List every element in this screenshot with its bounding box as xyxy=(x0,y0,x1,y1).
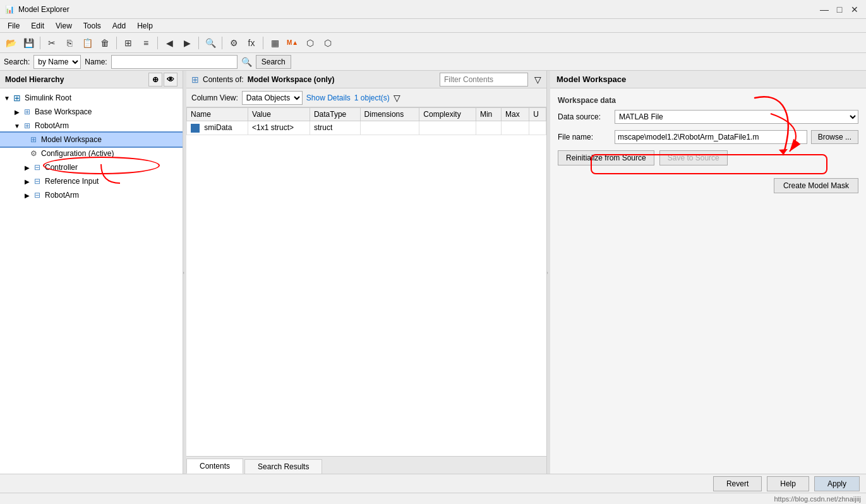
toolbar-delete[interactable]: 🗑 xyxy=(97,35,113,51)
robotarm-child-label: RobotArm xyxy=(45,191,79,200)
right-panel-title: Model Workspace xyxy=(556,75,626,84)
cell-value: <1x1 struct> xyxy=(248,121,310,135)
search-label: Search: xyxy=(4,57,30,66)
tree-item-base-workspace[interactable]: ▶ ⊞ Base Workspace xyxy=(0,105,183,119)
browse-button[interactable]: Browse ... xyxy=(811,130,858,144)
hierarchy-btn-1[interactable]: ⊕ xyxy=(148,73,162,87)
status-url: https://blog.csdn.net/zhnaijiij xyxy=(774,495,861,503)
minimize-button[interactable]: — xyxy=(818,3,831,16)
tree-item-robotarm[interactable]: ▼ ⊞ RobotArm xyxy=(0,119,183,133)
col-datatype[interactable]: DataType xyxy=(310,108,360,121)
close-button[interactable]: ✕ xyxy=(848,3,861,16)
robotarm-label: RobotArm xyxy=(35,121,69,130)
model-hierarchy-title: Model Hierarchy xyxy=(5,75,64,84)
titlebar: 📊 Model Explorer — □ ✕ xyxy=(0,0,866,19)
tree-item-configuration[interactable]: ⚙ Configuration (Active) xyxy=(0,147,183,160)
tab-contents[interactable]: Contents xyxy=(186,459,243,474)
filter-btn-icon[interactable]: ▽ xyxy=(394,93,400,103)
file-name-row: File name: Browse ... xyxy=(558,130,858,144)
maximize-button[interactable]: □ xyxy=(833,3,846,16)
tree-item-model-workspace[interactable]: ⊞ Model Workspace xyxy=(0,133,183,147)
column-view-label: Column View: xyxy=(191,93,238,102)
toolbar-back[interactable]: ◀ xyxy=(161,35,177,51)
toolbar-extra1[interactable]: ⬡ xyxy=(302,35,318,51)
file-name-label: File name: xyxy=(558,133,615,141)
reinitialize-button[interactable]: Reinitialize from Source xyxy=(558,150,654,165)
simulink-root-label: Simulink Root xyxy=(25,93,71,102)
searchbar: Search: by Name by Value by Type Name: 🔍… xyxy=(0,53,866,71)
help-button[interactable]: Help xyxy=(767,476,809,491)
revert-button[interactable]: Revert xyxy=(713,476,762,491)
robotarm-icon: ⊞ xyxy=(21,121,33,131)
base-workspace-icon: ⊞ xyxy=(21,107,33,117)
toolbar-paste[interactable]: 📋 xyxy=(79,35,95,51)
toolbar-search[interactable]: 🔍 xyxy=(202,35,219,51)
toolbar-matlab[interactable]: M▲ xyxy=(284,35,301,51)
data-table: Name Value DataType Dimensions Complexit… xyxy=(186,107,546,135)
search-button[interactable]: Search xyxy=(256,55,291,69)
status-bar: https://blog.csdn.net/zhnaijiij xyxy=(0,493,866,504)
toolbar-sep-4 xyxy=(198,37,199,49)
cell-u xyxy=(529,121,546,135)
tree-arrow-ref-input: ▶ xyxy=(23,178,32,185)
simulink-icon: ⊞ xyxy=(11,93,23,103)
cell-complexity xyxy=(419,121,476,135)
col-u[interactable]: U xyxy=(529,108,546,121)
toolbar-list[interactable]: ≡ xyxy=(138,35,154,51)
create-model-mask-button[interactable]: Create Model Mask xyxy=(774,178,858,193)
menu-edit[interactable]: Edit xyxy=(26,20,49,32)
menu-add[interactable]: Add xyxy=(107,20,131,32)
data-table-container: Name Value DataType Dimensions Complexit… xyxy=(186,107,546,456)
file-name-input[interactable] xyxy=(615,130,807,144)
search-name-input[interactable] xyxy=(111,55,238,69)
contents-icon: ⊞ xyxy=(191,75,199,85)
tree-item-simulink-root[interactable]: ▼ ⊞ Simulink Root xyxy=(0,91,183,105)
menu-tools[interactable]: Tools xyxy=(78,20,106,32)
column-view-select[interactable]: Data Objects All Design Data xyxy=(242,91,303,105)
data-source-label: Data source: xyxy=(558,112,615,121)
toolbar-sep-1 xyxy=(40,37,40,49)
col-name[interactable]: Name xyxy=(187,108,248,121)
table-row[interactable]: smiData <1x1 struct> struct xyxy=(187,121,546,135)
contents-header: ⊞ Contents of: Model Workspace (only) ▽ xyxy=(186,71,546,88)
tab-search-results[interactable]: Search Results xyxy=(244,459,322,474)
col-min[interactable]: Min xyxy=(476,108,501,121)
col-value[interactable]: Value xyxy=(248,108,310,121)
tree-item-reference-input[interactable]: ▶ ⊟ Reference Input xyxy=(0,174,183,188)
toolbar-save[interactable]: 💾 xyxy=(20,35,37,51)
toolbar-chart[interactable]: ▦ xyxy=(267,35,283,51)
app-icon: 📊 xyxy=(5,5,15,14)
controller-label: Controller xyxy=(45,163,78,172)
filter-input[interactable] xyxy=(440,73,528,87)
search-type-select[interactable]: by Name by Value by Type xyxy=(33,55,81,69)
menu-view[interactable]: View xyxy=(51,20,77,32)
tree-item-controller[interactable]: ▶ ⊟ Controller xyxy=(0,160,183,174)
toolbar-copy[interactable]: ⎘ xyxy=(61,35,78,51)
cell-name-value: smiData xyxy=(204,123,232,132)
save-to-source-button[interactable]: Save to Source xyxy=(659,150,728,165)
apply-button[interactable]: Apply xyxy=(814,476,860,491)
toolbar-fx[interactable]: fx xyxy=(243,35,260,51)
tree-item-robotarm-child[interactable]: ▶ ⊟ RobotArm xyxy=(0,188,183,202)
hierarchy-btn-2[interactable]: 👁 xyxy=(164,73,177,87)
col-complexity[interactable]: Complexity xyxy=(419,108,476,121)
toolbar-forward[interactable]: ▶ xyxy=(179,35,195,51)
show-details-link[interactable]: Show Details xyxy=(306,93,351,102)
toolbar-sep-5 xyxy=(222,37,222,49)
menu-help[interactable]: Help xyxy=(132,20,158,32)
col-max[interactable]: Max xyxy=(501,108,529,121)
data-source-select[interactable]: MATLAB File MATLAB Code None xyxy=(615,110,858,124)
toolbar-settings[interactable]: ⚙ xyxy=(226,35,242,51)
action-buttons: Reinitialize from Source Save to Source xyxy=(558,150,858,165)
col-dimensions[interactable]: Dimensions xyxy=(360,108,419,121)
splitter-1[interactable] xyxy=(183,71,186,474)
toolbar-grid[interactable]: ⊞ xyxy=(120,35,136,51)
menu-file[interactable]: File xyxy=(3,20,25,32)
splitter-2[interactable] xyxy=(547,71,550,474)
toolbar-open[interactable]: 📂 xyxy=(3,35,19,51)
tree-arrow-robotarm: ▼ xyxy=(13,123,21,129)
toolbar-extra2[interactable]: ⬡ xyxy=(320,35,336,51)
model-workspace-panel: Model Workspace Workspace data Data sour… xyxy=(550,71,866,474)
toolbar-cut[interactable]: ✂ xyxy=(44,35,60,51)
objects-count-link[interactable]: 1 object(s) xyxy=(354,93,390,102)
